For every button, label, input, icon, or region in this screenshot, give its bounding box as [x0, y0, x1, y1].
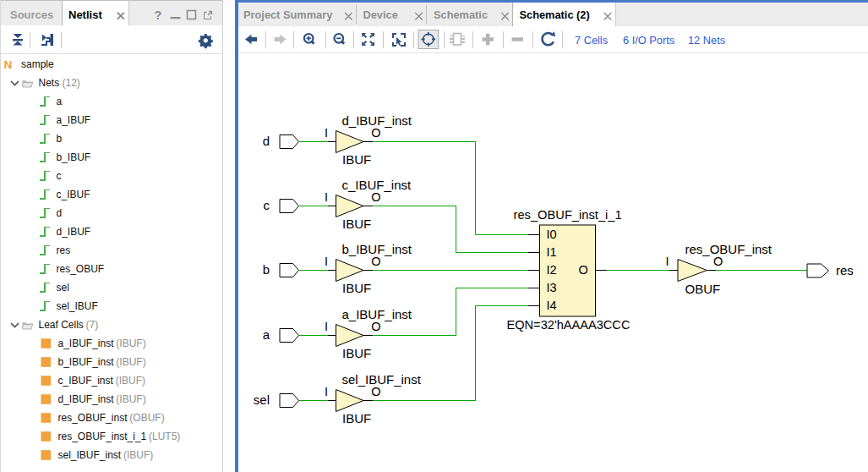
svg-text:d_IBUF: d_IBUF	[57, 226, 91, 238]
svg-text:Device: Device	[363, 8, 398, 21]
svg-text:sel: sel	[57, 282, 69, 294]
svg-text:(7): (7)	[86, 319, 99, 331]
svg-text:sel: sel	[254, 392, 270, 407]
svg-text:c: c	[57, 170, 62, 182]
svg-text:6 I/O Ports: 6 I/O Ports	[623, 34, 674, 47]
svg-text:Nets: Nets	[39, 77, 60, 89]
svg-text:d: d	[57, 207, 63, 219]
svg-text:O: O	[579, 263, 588, 277]
svg-text:O: O	[713, 255, 723, 268]
svg-text:a: a	[263, 327, 270, 342]
svg-text:O: O	[371, 126, 380, 140]
svg-text:I: I	[325, 190, 328, 204]
svg-text:res_OBUF: res_OBUF	[57, 263, 105, 275]
svg-text:(IBUF): (IBUF)	[116, 338, 145, 349]
svg-text:(IBUF): (IBUF)	[123, 449, 153, 461]
svg-text:Schematic: Schematic	[434, 8, 488, 21]
svg-text:OBUF: OBUF	[685, 282, 721, 296]
svg-text:a_IBUF_inst: a_IBUF_inst	[58, 338, 115, 349]
svg-text:res: res	[57, 244, 71, 256]
svg-text:res_OBUF_inst: res_OBUF_inst	[58, 412, 128, 424]
svg-text:I4: I4	[547, 299, 557, 312]
svg-text:sel_IBUF_inst: sel_IBUF_inst	[342, 372, 422, 387]
svg-text:c_IBUF: c_IBUF	[57, 189, 90, 200]
svg-text:I: I	[325, 385, 328, 398]
svg-text:O: O	[371, 320, 380, 333]
svg-text:a_IBUF: a_IBUF	[57, 114, 91, 126]
svg-text:(OBUF): (OBUF)	[129, 412, 164, 424]
svg-text:sample: sample	[21, 58, 54, 70]
svg-text:res_OBUF_inst_i_1: res_OBUF_inst_i_1	[514, 208, 622, 222]
svg-text:b_IBUF: b_IBUF	[57, 151, 91, 163]
svg-text:(12): (12)	[63, 77, 80, 89]
svg-text:b: b	[263, 262, 270, 277]
svg-text:O: O	[371, 385, 380, 398]
svg-text:Leaf Cells: Leaf Cells	[39, 319, 84, 331]
svg-text:IBUF: IBUF	[342, 411, 371, 425]
svg-text:(IBUF): (IBUF)	[116, 375, 145, 387]
svg-text:?: ?	[155, 8, 162, 22]
svg-text:N: N	[4, 58, 13, 71]
svg-text:IBUF: IBUF	[342, 346, 371, 360]
svg-text:I0: I0	[547, 228, 557, 241]
svg-text:O: O	[371, 190, 380, 204]
svg-text:IBUF: IBUF	[342, 152, 371, 167]
svg-text:I1: I1	[547, 245, 557, 259]
svg-text:I2: I2	[547, 263, 557, 277]
svg-text:I: I	[325, 126, 328, 140]
svg-text:res_OBUF_inst: res_OBUF_inst	[685, 242, 772, 256]
svg-text:IBUF: IBUF	[342, 217, 371, 231]
svg-text:b_IBUF_inst: b_IBUF_inst	[58, 356, 115, 368]
svg-text:a: a	[57, 96, 63, 107]
svg-text:(IBUF): (IBUF)	[116, 356, 145, 368]
svg-text:12 Nets: 12 Nets	[688, 34, 725, 47]
svg-text:b: b	[57, 133, 63, 145]
svg-text:sel_IBUF_inst: sel_IBUF_inst	[58, 449, 122, 461]
svg-text:Schematic (2): Schematic (2)	[520, 8, 590, 21]
svg-text:7 Cells: 7 Cells	[575, 34, 608, 47]
svg-text:d_IBUF_inst: d_IBUF_inst	[58, 393, 115, 405]
svg-text:(LUT5): (LUT5)	[149, 431, 180, 442]
svg-text:Netlist: Netlist	[68, 8, 102, 21]
svg-text:I: I	[325, 320, 328, 333]
svg-text:Sources: Sources	[10, 8, 53, 21]
svg-text:res_OBUF_inst_i_1: res_OBUF_inst_i_1	[58, 431, 147, 442]
svg-text:c: c	[264, 198, 270, 212]
svg-text:res: res	[836, 263, 854, 277]
svg-text:I3: I3	[547, 281, 557, 294]
svg-text:I: I	[325, 255, 328, 268]
svg-text:sel_IBUF: sel_IBUF	[57, 300, 98, 312]
svg-text:O: O	[371, 255, 380, 268]
svg-text:IBUF: IBUF	[342, 281, 371, 295]
svg-text:d: d	[263, 134, 270, 148]
svg-text:EQN=32'hAAAA3CCC: EQN=32'hAAAA3CCC	[507, 318, 631, 332]
svg-text:I: I	[665, 255, 669, 268]
svg-text:(IBUF): (IBUF)	[116, 393, 145, 405]
svg-text:c_IBUF_inst: c_IBUF_inst	[58, 375, 114, 387]
svg-text:Project Summary: Project Summary	[243, 8, 333, 21]
